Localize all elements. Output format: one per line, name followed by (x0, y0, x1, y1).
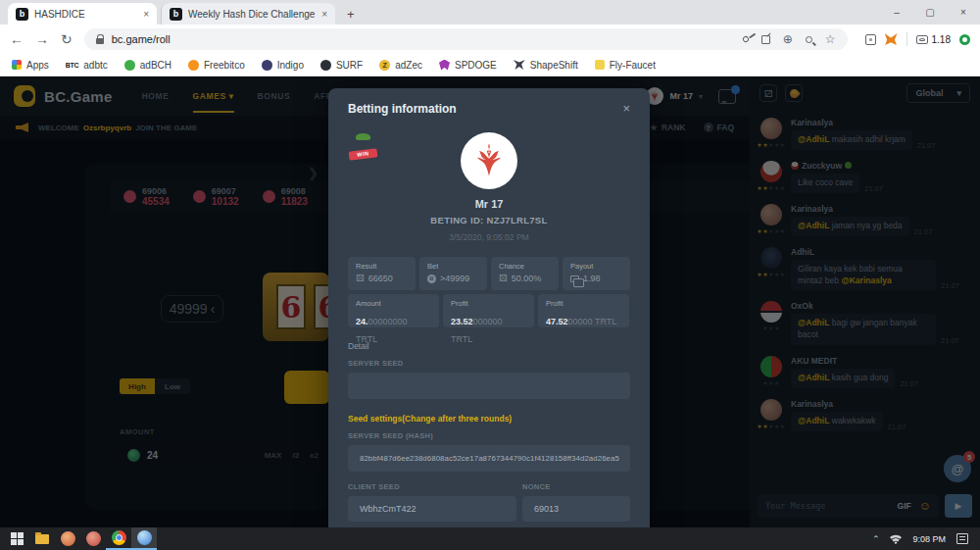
bookmark-spdoge[interactable]: SPDOGE (439, 60, 497, 71)
browser-tab-hashdice[interactable]: b HASHDICE × (8, 3, 157, 25)
address-bar[interactable]: bc.game/roll ⊕ ☆ (84, 28, 848, 50)
green-extension-icon[interactable] (959, 34, 970, 45)
server-seed-hash-input[interactable]: 82bbf487d6ee238d6808ac52ce17a8767344790c… (348, 445, 630, 472)
nonce-input[interactable]: 69013 (522, 496, 630, 522)
dice-icon: ⚄ (356, 274, 365, 283)
windows-taskbar: ⌃ 9:08 PM (0, 527, 980, 550)
price-ticker-extension[interactable]: 1.18 (916, 34, 951, 45)
stat-bet: Bet B>49999 (419, 257, 487, 290)
tab-title: HASHDICE (34, 9, 137, 20)
player-avatar (461, 132, 517, 189)
client-seed-label: CLIENT SEED (348, 482, 516, 491)
start-button[interactable] (4, 527, 29, 550)
dice-icon: ⚄ (499, 274, 508, 283)
close-tab-icon[interactable]: × (321, 9, 327, 20)
player-name: Mr 17 (348, 198, 630, 210)
bookmark-flyfaucet[interactable]: Fly-Faucet (595, 60, 656, 71)
client-seed-input[interactable]: WbhzCmT422 (348, 496, 516, 522)
site-favicon-icon: b (16, 8, 28, 21)
app-icon (137, 530, 152, 545)
btc-text-icon: BTC (66, 62, 79, 69)
stats-row: Result ⚄66650 Bet B>49999 Chance ⚄50.00%… (348, 257, 630, 290)
taskbar-app-2[interactable] (80, 527, 106, 550)
flyfaucet-icon (595, 60, 605, 70)
win-label: WIN (349, 148, 378, 160)
site-favicon-icon: b (170, 8, 182, 21)
bookmark-apps[interactable]: Apps (12, 60, 49, 71)
spdoge-icon (439, 60, 450, 71)
maximize-button[interactable]: ▢ (913, 0, 947, 25)
coin-icon: B (427, 275, 436, 283)
bookmark-adbtc[interactable]: BTCadbtc (66, 60, 108, 71)
window-controls: – ▢ × (880, 0, 980, 25)
server-seed-label: SERVER SEED (348, 359, 630, 368)
ticker-icon (916, 35, 928, 44)
search-icon[interactable] (806, 36, 812, 43)
stat-result: Result ⚄66650 (348, 257, 416, 290)
stat-profit: Profit 23.52000000 TRTL (443, 294, 534, 327)
win-medal-icon: WIN (350, 133, 376, 161)
stat-chance: Chance ⚄50.00% (491, 257, 559, 290)
zoom-plus-icon[interactable]: ⊕ (783, 33, 793, 45)
shapeshift-icon (514, 60, 525, 70)
metamask-icon[interactable] (885, 33, 898, 45)
freebitco-icon (188, 60, 199, 71)
bookmark-adzec[interactable]: ZadZec (379, 60, 422, 71)
ticker-value: 1.18 (932, 34, 951, 45)
taskbar-app-1[interactable] (55, 527, 80, 550)
tab-title: Weekly Hash Dice Challenge - Se (188, 9, 316, 20)
bookmark-adbch[interactable]: adBCH (124, 60, 172, 71)
file-explorer-button[interactable] (29, 527, 55, 550)
nonce-label: NONCE (522, 482, 630, 491)
action-center-icon[interactable] (956, 533, 968, 544)
bookmark-surf[interactable]: SURF (320, 60, 363, 71)
extension-cube-icon[interactable] (865, 34, 876, 45)
divider (906, 32, 907, 46)
active-app-button[interactable] (131, 527, 157, 550)
adzec-icon: Z (379, 60, 390, 71)
wifi-icon[interactable] (890, 534, 902, 544)
server-seed-input[interactable] (348, 373, 630, 399)
bookmark-shapeshift[interactable]: ShapeShift (514, 60, 578, 71)
stat-amount: Amount 24.00000000 TRTL (348, 294, 439, 327)
browser-tab-weekly[interactable]: b Weekly Hash Dice Challenge - Se × (161, 3, 335, 25)
page: BC.Game HOME GAMES▾ BONUS AFFILIATE FORU… (0, 76, 980, 527)
amounts-row: Amount 24.00000000 TRTL Profit 23.520000… (348, 294, 630, 327)
system-tray: ⌃ 9:08 PM (872, 533, 976, 544)
cards-icon (570, 275, 579, 282)
minimize-button[interactable]: – (880, 0, 913, 25)
back-button[interactable]: ← (10, 32, 24, 46)
chrome-taskbar-button[interactable] (106, 527, 131, 550)
reload-button[interactable]: ↻ (61, 32, 73, 46)
share-icon[interactable] (761, 35, 770, 44)
phoenix-icon (467, 139, 511, 182)
secure-lock-icon (96, 38, 104, 44)
browser-toolbar: ← → ↻ bc.game/roll ⊕ ☆ 1.18 (0, 25, 980, 54)
stat-payout: Payout 1.98 (563, 257, 630, 290)
close-tab-icon[interactable]: × (143, 9, 149, 20)
windows-logo-icon (11, 532, 17, 538)
server-seed-hash-label: SERVER SEED (HASH) (348, 431, 630, 440)
indigo-icon (262, 60, 272, 71)
new-tab-button[interactable]: + (335, 3, 367, 25)
bookmark-indigo[interactable]: Indigo (262, 60, 304, 71)
app-icon (86, 531, 101, 546)
chrome-icon (112, 530, 126, 545)
betting-id: BETING ID: NZJ7LRL7SL (348, 215, 630, 225)
bookmark-freebitco[interactable]: Freebitco (188, 60, 245, 71)
modal-title: Betting information (348, 102, 457, 116)
app-icon (61, 531, 75, 546)
tray-expand-icon[interactable]: ⌃ (872, 534, 880, 544)
tab-strip: b HASHDICE × b Weekly Hash Dice Challeng… (0, 0, 980, 25)
url-text: bc.game/roll (112, 33, 171, 45)
bookmarks-bar: Apps BTCadbtc adBCH Freebitco Indigo SUR… (0, 54, 980, 76)
close-icon[interactable]: × (622, 101, 630, 116)
clock[interactable]: 9:08 PM (912, 534, 946, 544)
forward-button[interactable]: → (35, 32, 49, 46)
extensions-area: 1.18 (859, 32, 970, 46)
bookmark-star-icon[interactable]: ☆ (825, 33, 836, 45)
password-key-icon[interactable] (742, 35, 750, 43)
close-button[interactable]: × (947, 0, 980, 25)
screen: b HASHDICE × b Weekly Hash Dice Challeng… (0, 0, 980, 550)
folder-icon (35, 534, 49, 544)
